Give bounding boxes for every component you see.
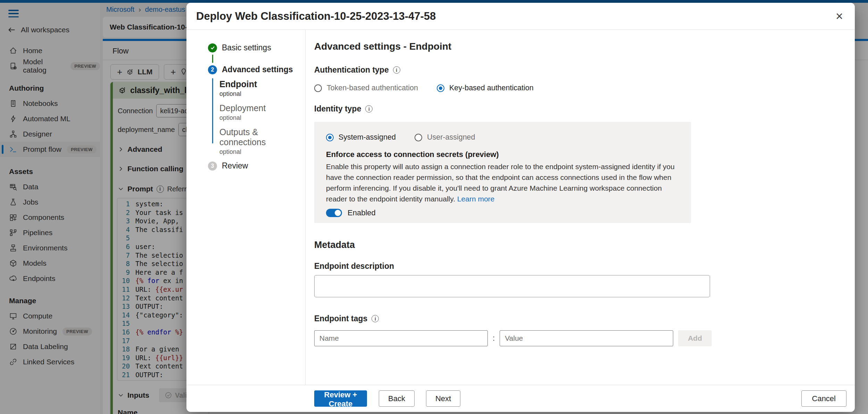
- metadata-heading: Metadata: [314, 240, 842, 250]
- step-label: Basic settings: [222, 43, 271, 52]
- step-advanced-settings[interactable]: 2 Advanced settings: [208, 65, 305, 74]
- info-icon: [365, 105, 373, 113]
- key-auth-radio[interactable]: [437, 84, 444, 92]
- step-number-badge: 3: [208, 162, 217, 171]
- identity-type-label: Identity type: [314, 104, 361, 114]
- identity-settings-box: System-assigned User-assigned Enforce ac…: [314, 122, 691, 223]
- enforce-secrets-toggle[interactable]: [326, 209, 342, 217]
- substep-optional: optional: [219, 148, 305, 156]
- tag-name-input[interactable]: [314, 330, 488, 346]
- system-assigned-label: System-assigned: [339, 133, 396, 142]
- review-create-button[interactable]: Review + Create: [314, 390, 367, 407]
- tag-separator: :: [493, 334, 495, 343]
- step-connector: [212, 55, 213, 63]
- endpoint-description-text: Endpoint description: [314, 262, 394, 271]
- identity-type-label-row: Identity type: [314, 104, 842, 114]
- add-tag-button[interactable]: Add: [678, 330, 712, 346]
- system-assigned-radio[interactable]: [326, 134, 334, 141]
- info-icon: [372, 315, 379, 322]
- deploy-dialog: Deploy Web Classification-10-25-2023-13-…: [186, 3, 855, 412]
- toggle-state-label: Enabled: [348, 208, 376, 217]
- dialog-footer: Review + Create Back Next Cancel: [186, 385, 855, 412]
- tag-value-input[interactable]: [500, 330, 673, 346]
- next-button[interactable]: Next: [426, 390, 460, 407]
- enforce-secrets-title: Enforce access to connection secrets (pr…: [326, 150, 679, 159]
- dialog-header: Deploy Web Classification-10-25-2023-13-…: [186, 3, 855, 30]
- endpoint-tags-label-row: Endpoint tags: [314, 314, 842, 323]
- step-advanced-settings-block: 2 Advanced settings Endpoint optional De…: [208, 65, 305, 156]
- key-auth-label: Key-based authentication: [449, 84, 534, 92]
- substep-label: Outputs & connections: [219, 127, 305, 147]
- token-auth-label: Token-based authentication: [327, 84, 418, 92]
- enforce-toggle-row: Enabled: [326, 208, 679, 217]
- endpoint-description-label: Endpoint description: [314, 262, 842, 271]
- authentication-type-label-row: Authentication type: [314, 65, 842, 75]
- endpoint-tags-row: : Add: [314, 330, 842, 346]
- substep-label: Endpoint: [219, 79, 305, 89]
- authentication-type-options: Token-based authentication Key-based aut…: [314, 84, 842, 92]
- cancel-button[interactable]: Cancel: [801, 390, 846, 407]
- step-label: Advanced settings: [222, 65, 293, 74]
- info-icon: [393, 66, 400, 74]
- endpoint-tags-text: Endpoint tags: [314, 314, 367, 323]
- step-label: Review: [222, 161, 248, 171]
- step-basic-settings[interactable]: Basic settings: [208, 43, 305, 52]
- back-button[interactable]: Back: [379, 390, 415, 407]
- identity-options: System-assigned User-assigned: [326, 133, 679, 142]
- step-number-badge: 2: [208, 65, 217, 74]
- substep-optional: optional: [219, 114, 305, 122]
- substep-outputs-connections[interactable]: Outputs & connections optional: [219, 127, 305, 156]
- dialog-content: Advanced settings - Endpoint Authenticat…: [306, 30, 855, 385]
- authentication-type-label: Authentication type: [314, 65, 389, 75]
- substep-endpoint[interactable]: Endpoint optional: [219, 79, 305, 98]
- enforce-secrets-text: Enable this property will auto assign a …: [326, 163, 675, 203]
- close-icon[interactable]: ×: [836, 10, 843, 23]
- enforce-secrets-description: Enable this property will auto assign a …: [326, 161, 678, 204]
- substeps: Endpoint optional Deployment optional Ou…: [219, 79, 305, 156]
- user-assigned-label: User-assigned: [427, 133, 475, 142]
- step-done-check-icon: [208, 43, 217, 52]
- learn-more-link[interactable]: Learn more: [457, 195, 494, 203]
- step-review[interactable]: 3 Review: [208, 161, 305, 171]
- dialog-title: Deploy Web Classification-10-25-2023-13-…: [196, 10, 436, 23]
- token-auth-radio[interactable]: [314, 84, 322, 92]
- substep-optional: optional: [219, 90, 305, 98]
- substep-deployment[interactable]: Deployment optional: [219, 103, 305, 122]
- wizard-steps: Basic settings 2 Advanced settings Endpo…: [186, 30, 306, 385]
- substep-label: Deployment: [219, 103, 305, 113]
- content-heading: Advanced settings - Endpoint: [314, 41, 842, 52]
- user-assigned-radio[interactable]: [415, 134, 422, 141]
- endpoint-description-input[interactable]: [314, 275, 710, 297]
